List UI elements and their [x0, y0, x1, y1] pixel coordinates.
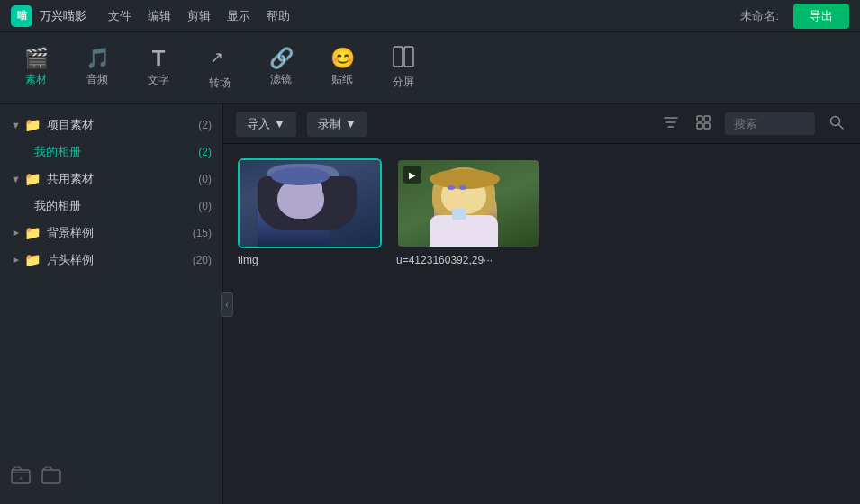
svg-text:↗: ↗ — [210, 49, 223, 67]
sidebar-item-my-album-2[interactable]: 我的相册 (0) — [0, 193, 222, 220]
sticker-label: 贴纸 — [331, 72, 353, 87]
text-icon: T — [152, 48, 166, 69]
sidebar-section-shared: ▼ 📁 共用素材 (0) 我的相册 (0) — [0, 166, 222, 220]
record-dropdown-icon: ▼ — [345, 117, 357, 130]
svg-line-11 — [838, 124, 843, 129]
sidebar-item-my-album-1[interactable]: 我的相册 (2) — [0, 139, 222, 166]
export-button[interactable]: 导出 — [793, 4, 849, 29]
app-logo: 喵 — [11, 5, 32, 27]
audio-label: 音频 — [86, 72, 108, 87]
folder-icon-bottom[interactable] — [41, 465, 61, 490]
shared-folder-name: 共用素材 — [47, 171, 198, 187]
app-name: 万兴喵影 — [40, 8, 86, 24]
import-button[interactable]: 导入 ▼ — [236, 112, 296, 137]
sidebar-folder-shared[interactable]: ▼ 📁 共用素材 (0) — [0, 166, 222, 193]
svg-rect-1 — [394, 47, 403, 67]
import-label: 导入 — [247, 116, 270, 132]
search-input[interactable] — [725, 112, 815, 135]
intro-folder-name: 片头样例 — [47, 252, 193, 268]
content-toolbar: 导入 ▼ 录制 ▼ — [223, 104, 860, 144]
transition-label: 转场 — [209, 76, 231, 91]
arrow-right-icon: ▼ — [10, 229, 21, 238]
split-label: 分屏 — [393, 75, 414, 90]
audio-icon: 🎵 — [86, 49, 110, 68]
menu-clip[interactable]: 剪辑 — [187, 8, 211, 24]
intro-count: (20) — [193, 254, 212, 266]
thumb-bg-timg — [240, 160, 380, 247]
media-label: 素材 — [25, 72, 47, 87]
background-folder-icon: 📁 — [24, 225, 41, 241]
toolbar-item-sticker[interactable]: 😊 贴纸 — [313, 38, 371, 99]
media-icon: 🎬 — [24, 49, 49, 68]
menu-edit[interactable]: 编辑 — [148, 8, 171, 24]
media-thumb-timg[interactable] — [238, 158, 382, 248]
sidebar-section-project: ▼ 📁 项目素材 (2) 我的相册 (2) — [0, 112, 222, 166]
menu-file[interactable]: 文件 — [108, 8, 131, 24]
album2-count: (0) — [198, 200, 212, 212]
media-item-timg[interactable]: timg — [238, 158, 382, 266]
arrow-down-icon: ▼ — [11, 120, 21, 130]
filter-label: 滤镜 — [270, 72, 292, 87]
shared-folder-icon: 📁 — [24, 171, 41, 187]
project-count: (2) — [198, 119, 212, 131]
search-icon[interactable] — [826, 112, 847, 137]
record-label: 录制 — [318, 116, 341, 132]
svg-rect-6 — [697, 116, 702, 122]
arrow-down-icon2: ▼ — [11, 174, 21, 184]
background-count: (15) — [193, 227, 212, 239]
split-icon — [393, 46, 414, 71]
sidebar-bottom: + — [0, 458, 222, 497]
media-grid: timg ▶ — [223, 144, 860, 504]
arrow-right-icon2: ▼ — [10, 256, 21, 266]
svg-rect-2 — [404, 47, 413, 67]
text-label: 文字 — [148, 73, 169, 88]
filter-icon-btn[interactable] — [660, 112, 682, 137]
svg-text:+: + — [19, 474, 23, 482]
menu-display[interactable]: 显示 — [227, 8, 250, 24]
toolbar-item-split[interactable]: 分屏 — [375, 38, 432, 99]
thumb-bg-u4123: ▶ — [398, 160, 539, 247]
filter-icon: 🔗 — [269, 49, 294, 68]
svg-rect-7 — [704, 116, 710, 122]
grid-view-icon[interactable] — [693, 112, 714, 137]
album2-name: 我的相册 — [34, 198, 198, 214]
svg-rect-8 — [697, 123, 702, 129]
toolbar-item-transition[interactable]: ↗ 转场 — [191, 38, 249, 99]
toolbar-item-text[interactable]: T 文字 — [130, 38, 187, 99]
intro-folder-icon: 📁 — [24, 252, 41, 268]
shared-count: (0) — [198, 173, 212, 185]
sidebar-folder-intro[interactable]: ▼ 📁 片头样例 (20) — [0, 247, 222, 274]
album1-name: 我的相册 — [34, 144, 198, 160]
transition-icon: ↗ — [208, 45, 231, 72]
sidebar-folder-background[interactable]: ▼ 📁 背景样例 (15) — [0, 220, 222, 247]
toolbar-item-audio[interactable]: 🎵 音频 — [68, 38, 126, 99]
toolbar-item-filter[interactable]: 🔗 滤镜 — [252, 38, 310, 99]
media-item-u4123[interactable]: ▶ u — [396, 158, 540, 266]
sticker-icon: 😊 — [330, 49, 355, 68]
sidebar-collapse-button[interactable]: ‹ — [221, 292, 233, 317]
menu-help[interactable]: 帮助 — [267, 8, 290, 24]
sidebar: ▼ 📁 项目素材 (2) 我的相册 (2) ▼ 📁 共用素材 (0) 我的相册 … — [0, 104, 223, 504]
media-label-timg: timg — [238, 254, 382, 266]
toolbar-item-media[interactable]: 🎬 素材 — [7, 38, 65, 99]
sidebar-folder-project[interactable]: ▼ 📁 项目素材 (2) — [0, 112, 222, 139]
main-area: ▼ 📁 项目素材 (2) 我的相册 (2) ▼ 📁 共用素材 (0) 我的相册 … — [0, 104, 860, 504]
record-button[interactable]: 录制 ▼ — [307, 112, 367, 137]
menu-bar: 文件 编辑 剪辑 显示 帮助 — [108, 8, 740, 24]
folder-icon: 📁 — [24, 117, 41, 133]
content-area: 导入 ▼ 录制 ▼ — [223, 104, 860, 504]
svg-rect-5 — [42, 470, 60, 483]
toolbar: 🎬 素材 🎵 音频 T 文字 ↗ 转场 🔗 滤镜 😊 贴纸 分屏 — [0, 32, 860, 104]
media-label-u4123: u=4123160392,29··· — [396, 254, 540, 266]
play-icon: ▶ — [403, 166, 421, 184]
svg-rect-9 — [704, 123, 710, 129]
titlebar: 喵 万兴喵影 文件 编辑 剪辑 显示 帮助 未命名: 导出 — [0, 0, 860, 32]
import-dropdown-icon: ▼ — [274, 117, 285, 130]
media-thumb-u4123[interactable]: ▶ — [396, 158, 540, 248]
album1-count: (2) — [198, 146, 212, 158]
add-folder-icon[interactable]: + — [11, 465, 31, 490]
background-folder-name: 背景样例 — [47, 225, 193, 241]
project-folder-name: 项目素材 — [47, 117, 198, 133]
project-name: 未命名: — [740, 8, 779, 24]
